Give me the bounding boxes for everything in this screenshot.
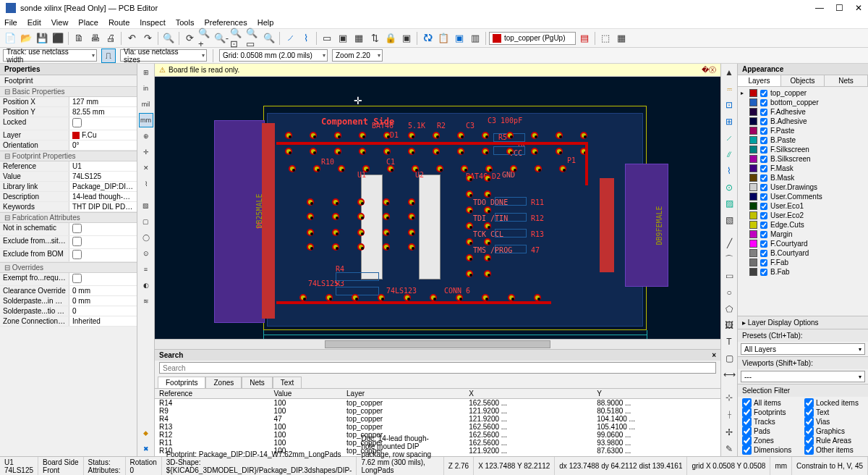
prop-row[interactable]: Exempt fro...requirement (0, 273, 137, 286)
grid-origin-icon[interactable]: ✢ (722, 426, 736, 440)
prop-row[interactable]: LayerF.Cu (0, 130, 137, 140)
cursor-shape-icon[interactable]: ✛ (139, 145, 153, 159)
track-outline-icon[interactable]: ≡ (139, 262, 153, 277)
filter-checkbox[interactable]: Tracks (742, 417, 801, 426)
mil-unit-icon[interactable]: mil (139, 97, 153, 112)
layer-row[interactable]: B.Paste (739, 135, 867, 145)
table-row[interactable]: R9100top_copper121.9200 ...80.5180 ... (155, 407, 720, 415)
layer-row[interactable]: User.Comments (739, 192, 867, 201)
ratsnest-icon[interactable]: ⟋ (283, 31, 297, 46)
grid-toggle-icon[interactable]: ⊞ (139, 65, 153, 80)
filter-checkbox[interactable]: Vias (804, 417, 864, 426)
table-row[interactable]: R13100top_copper162.5600 ...105.4100 ... (155, 423, 720, 431)
layer-row[interactable]: F.Mask (739, 164, 867, 173)
maximize-icon[interactable]: ☐ (835, 3, 843, 13)
tab-footprints[interactable]: Footprints (158, 377, 205, 388)
menu-edit[interactable]: Edit (27, 18, 41, 27)
ratsnest-curve-icon[interactable]: ⌇ (139, 177, 153, 191)
filter-checkbox[interactable]: Pads (742, 426, 801, 436)
menu-help[interactable]: Help (258, 18, 274, 27)
add-rule-area-icon[interactable]: ▧ (722, 213, 736, 227)
update-pcb-icon[interactable]: 🗘 (420, 31, 435, 46)
zone-outline-icon[interactable]: ▢ (139, 214, 153, 229)
minimize-icon[interactable]: — (815, 3, 824, 13)
prop-row[interactable]: Value74LS125 (0, 172, 137, 182)
via-size-select[interactable]: Via: use netclass sizes (120, 49, 207, 62)
layer-row[interactable]: B.Fab (739, 267, 867, 277)
layer-row[interactable]: B.Adhesive (739, 117, 867, 126)
measure-icon[interactable]: ⟊ (722, 407, 736, 421)
info-close-icon[interactable]: �ⓧ (702, 65, 716, 75)
open-icon[interactable]: 📂 (19, 31, 33, 46)
selection-filter[interactable]: All items Locked items Footprints Text T… (738, 397, 868, 456)
prop-row[interactable]: Description14-lead though-hole mount (0, 192, 137, 202)
prop-row[interactable]: Orientation0° (0, 140, 137, 151)
layer-row[interactable]: F.Paste (739, 126, 867, 135)
layer-row[interactable]: User.Drawings (739, 182, 867, 192)
prop-row[interactable]: Not in schematic (0, 223, 137, 236)
filter-checkbox[interactable]: Footprints (742, 408, 801, 417)
zone-fill-icon[interactable]: ▧ (139, 198, 153, 213)
prop-row[interactable]: Locked (0, 117, 137, 130)
polar-icon[interactable]: ⊕ (139, 129, 153, 143)
tab-objects[interactable]: Objects (781, 75, 825, 86)
layer-row[interactable]: ▸top_copper (739, 88, 867, 98)
menu-inspect[interactable]: Inspect (140, 18, 165, 27)
draw-line-icon[interactable]: ╱ (722, 236, 736, 251)
zoom-selection-icon[interactable]: 🔍▭ (246, 31, 260, 46)
prop-row[interactable]: KeywordsTHT DIP DIL PDIP 2.54mm (0, 202, 137, 212)
prop-row[interactable]: Zone Connection StyleInherited (0, 316, 137, 327)
add-textbox-icon[interactable]: ▢ (722, 351, 736, 366)
zoom-fit-icon[interactable]: 🔍⊡ (230, 31, 244, 46)
layer-row[interactable]: Edge.Cuts (739, 220, 867, 230)
track-width-select[interactable]: Track: use netclass width (3, 49, 97, 62)
layer-display-options[interactable]: ▸ Layer Display Options (738, 316, 868, 329)
print-icon[interactable]: 🖶 (88, 31, 102, 46)
prop-row[interactable]: Exclude from BOM (0, 249, 137, 262)
layer-row[interactable]: B.Mask (739, 173, 867, 182)
show-drc-icon[interactable]: ▣ (399, 31, 414, 46)
prop-row[interactable]: ReferenceU1 (0, 161, 137, 172)
scripting-console-icon[interactable]: ✖ (139, 442, 153, 456)
close-icon[interactable]: ✕ (855, 3, 862, 13)
plot-icon[interactable]: 🖨 (103, 31, 118, 46)
prop-row[interactable]: Position Y82.55 mm (0, 107, 137, 117)
layer-row[interactable]: B.Silkscreen (739, 154, 867, 164)
zoom-select[interactable]: Zoom 2.20 (332, 49, 383, 62)
footprint-editor-icon[interactable]: ▭ (320, 31, 334, 46)
menu-place[interactable]: Place (78, 18, 98, 27)
redo-icon[interactable]: ↷ (140, 31, 155, 46)
search-close-icon[interactable]: × (712, 351, 716, 359)
footprint-browser-icon[interactable]: ▣ (336, 31, 350, 46)
zoom-out-icon[interactable]: 🔍- (214, 31, 229, 46)
prop-row[interactable]: Library linkPackage_DIP:DIP-14_W7.62 (0, 182, 137, 192)
add-dimension-icon[interactable]: ⟷ (722, 368, 736, 382)
layer-selector[interactable]: top_copper (PgUp) (489, 32, 576, 45)
prop-row[interactable]: Clearance Override0 mm (0, 286, 137, 296)
menu-file[interactable]: File (4, 18, 17, 27)
tab-layers[interactable]: Layers (738, 75, 781, 86)
draw-rect-icon[interactable]: ▭ (722, 269, 736, 283)
route-diff-pair-icon[interactable]: ⫽ (722, 148, 736, 162)
menu-preferences[interactable]: Preferences (204, 18, 247, 27)
schematic-icon[interactable]: 📋 (436, 31, 451, 46)
tune-length-icon[interactable]: ⌇ (722, 164, 736, 178)
tab-nets-appearance[interactable]: Nets (825, 75, 868, 86)
add-via-icon[interactable]: ⊙ (722, 180, 736, 195)
flip-board-icon[interactable]: ⇅ (367, 31, 382, 46)
filter-checkbox[interactable]: Rule Areas (804, 436, 864, 445)
viewports-select[interactable]: --- (741, 371, 865, 382)
page-settings-icon[interactable]: 🗎 (72, 31, 86, 46)
layer-row[interactable]: F.Silkscreen (739, 145, 867, 154)
grid-select[interactable]: Grid: 0.0508 mm (2.00 mils) (219, 49, 328, 62)
save-icon[interactable]: 💾 (35, 31, 49, 46)
layer-row[interactable]: User.Eco2 (739, 211, 867, 220)
add-image-icon[interactable]: 🖼 (722, 318, 736, 332)
add-footprint-icon[interactable]: ⊞ (722, 114, 736, 129)
drc-icon[interactable]: ▣ (452, 31, 467, 46)
draw-polygon-icon[interactable]: ⬠ (722, 302, 736, 316)
pad-outline-icon[interactable]: ◯ (139, 230, 153, 245)
select-tool-icon[interactable]: ▲ (722, 65, 736, 80)
draw-arc-icon[interactable]: ⌒ (722, 253, 736, 267)
table-row[interactable]: R447top_copper121.9200 ...104.1400 ... (155, 415, 720, 423)
